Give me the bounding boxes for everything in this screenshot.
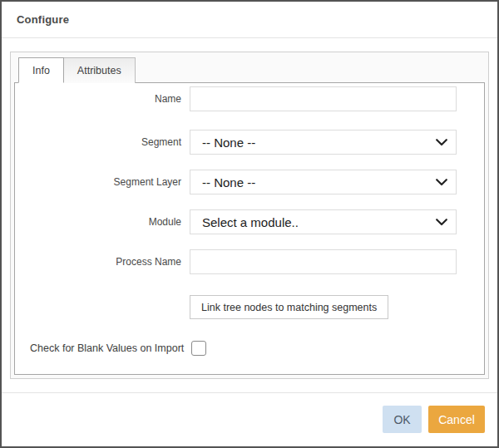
chevron-down-icon <box>436 179 447 186</box>
segment-layer-select[interactable]: -- None -- <box>190 170 457 194</box>
tab-info-label: Info <box>32 65 50 76</box>
ok-button[interactable]: OK <box>383 406 422 433</box>
dialog-title: Configure <box>17 13 69 26</box>
segment-layer-row: Segment Layer -- None -- <box>30 170 484 194</box>
name-label: Name <box>30 93 190 105</box>
segment-select[interactable]: -- None -- <box>190 130 457 155</box>
tabs-widget: Info Attributes Name Segment -- None -- <box>10 52 489 379</box>
segment-layer-label: Segment Layer <box>30 176 190 188</box>
blank-values-label: Check for Blank Values on Import <box>30 342 190 354</box>
tab-attributes-label: Attributes <box>77 65 121 76</box>
segment-row: Segment -- None -- <box>30 130 484 155</box>
chevron-down-icon <box>436 139 447 146</box>
name-row: Name <box>30 86 484 111</box>
configure-dialog: Configure Info Attributes Name Segment <box>0 0 499 448</box>
module-select-value: Select a module.. <box>202 215 436 229</box>
dialog-header: Configure <box>2 2 497 38</box>
module-select[interactable]: Select a module.. <box>190 209 457 234</box>
segment-layer-select-value: -- None -- <box>202 175 436 190</box>
process-name-label: Process Name <box>30 256 190 268</box>
chevron-down-icon <box>436 219 447 226</box>
segment-select-value: -- None -- <box>202 135 436 150</box>
blank-values-checkbox[interactable] <box>191 341 206 356</box>
process-name-input[interactable] <box>190 249 457 274</box>
process-name-row: Process Name <box>30 249 484 274</box>
dialog-footer: OK Cancel <box>2 392 497 446</box>
link-tree-nodes-button[interactable]: Link tree nodes to matching segments <box>190 295 388 319</box>
cancel-button[interactable]: Cancel <box>428 406 485 433</box>
module-row: Module Select a module.. <box>30 209 484 234</box>
tabs-header: Info Attributes <box>11 52 488 82</box>
link-button-row: Link tree nodes to matching segments <box>30 295 484 319</box>
dialog-body: Info Attributes Name Segment -- None -- <box>2 38 497 392</box>
tab-info[interactable]: Info <box>18 57 64 83</box>
tab-attributes[interactable]: Attributes <box>64 57 136 83</box>
name-input[interactable] <box>190 86 457 111</box>
tab-panel-info: Name Segment -- None -- Segment Layer <box>14 82 485 375</box>
blank-values-row: Check for Blank Values on Import <box>30 341 484 356</box>
module-label: Module <box>30 216 190 228</box>
segment-label: Segment <box>30 136 190 148</box>
